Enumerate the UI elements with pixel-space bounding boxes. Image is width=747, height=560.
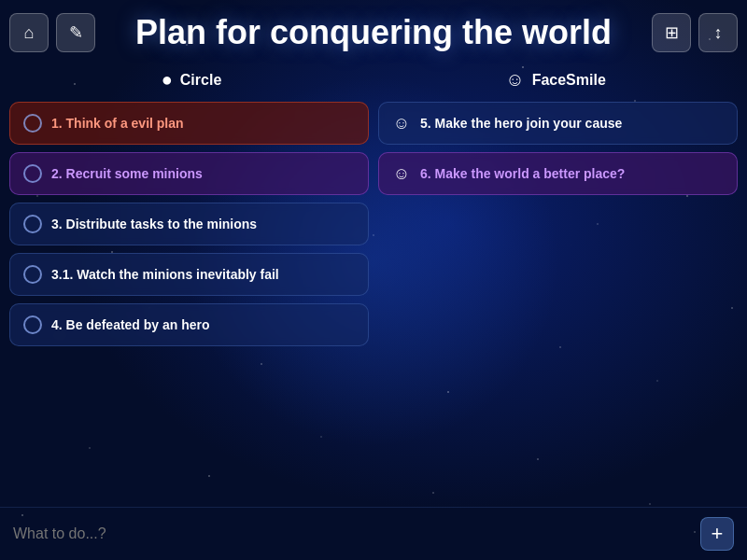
header-left-icons: ⌂ ✎: [9, 13, 95, 52]
edit-icon: ✎: [69, 22, 83, 43]
header-right-icons: ⊞ ↕: [652, 13, 738, 52]
task-item-31[interactable]: 3.1. Watch the minions inevitably fail: [9, 253, 369, 296]
home-button[interactable]: ⌂: [9, 13, 49, 52]
plus-icon: +: [712, 522, 724, 546]
add-task-button[interactable]: +: [700, 517, 734, 551]
task-item-3[interactable]: 3. Distribute tasks to the minions: [9, 203, 369, 245]
task-item-5[interactable]: ☺ 5. Make the hero join your cause: [378, 102, 738, 145]
task-radio-1: [23, 114, 42, 133]
task-label-5: 5. Make the hero join your cause: [420, 116, 622, 131]
page-title: Plan for conquering the world: [135, 13, 612, 52]
sort-icon: ↕: [714, 23, 723, 43]
task-radio-3: [23, 215, 42, 233]
layout-icon: ⊞: [665, 22, 679, 43]
col-header-circle-label: Circle: [180, 72, 221, 89]
task-label-4: 4. Be defeated by an hero: [51, 317, 210, 332]
footer: +: [0, 507, 747, 560]
task-label-6: 6. Make the world a better place?: [420, 166, 625, 181]
task-radio-6: ☺: [392, 164, 411, 183]
col-header-circle: ● Circle: [9, 65, 374, 94]
header: ⌂ ✎ Plan for conquering the world ⊞ ↕: [0, 0, 747, 65]
col-header-facesmile-label: FaceSmile: [532, 72, 606, 89]
facesmile-icon: ☺: [505, 69, 524, 91]
home-icon: ⌂: [24, 23, 35, 43]
sort-button[interactable]: ↕: [698, 13, 738, 52]
column-circle: 1. Think of a evil plan 2. Recruit some …: [9, 102, 369, 499]
columns-header: ● Circle ☺ FaceSmile: [0, 65, 747, 94]
what-to-do-input[interactable]: [13, 525, 700, 542]
task-radio-5: ☺: [392, 114, 411, 133]
circle-icon: ●: [162, 69, 173, 91]
app-content: ⌂ ✎ Plan for conquering the world ⊞ ↕ ● …: [0, 0, 747, 560]
task-radio-4: [23, 315, 42, 334]
task-radio-31: [23, 265, 42, 284]
task-item-4[interactable]: 4. Be defeated by an hero: [9, 303, 369, 346]
task-label-2: 2. Recruit some minions: [51, 166, 203, 181]
col-header-facesmile: ☺ FaceSmile: [374, 65, 738, 94]
column-facesmile: ☺ 5. Make the hero join your cause ☺ 6. …: [378, 102, 738, 499]
task-item-6[interactable]: ☺ 6. Make the world a better place?: [378, 152, 738, 195]
task-label-3: 3. Distribute tasks to the minions: [51, 217, 257, 231]
layout-button[interactable]: ⊞: [652, 13, 691, 52]
task-item-1[interactable]: 1. Think of a evil plan: [9, 102, 369, 145]
task-radio-2: [23, 164, 42, 183]
task-label-1: 1. Think of a evil plan: [51, 116, 184, 131]
columns-container: 1. Think of a evil plan 2. Recruit some …: [0, 102, 747, 499]
task-item-2[interactable]: 2. Recruit some minions: [9, 152, 369, 195]
edit-button[interactable]: ✎: [56, 13, 95, 52]
task-label-31: 3.1. Watch the minions inevitably fail: [51, 267, 279, 282]
